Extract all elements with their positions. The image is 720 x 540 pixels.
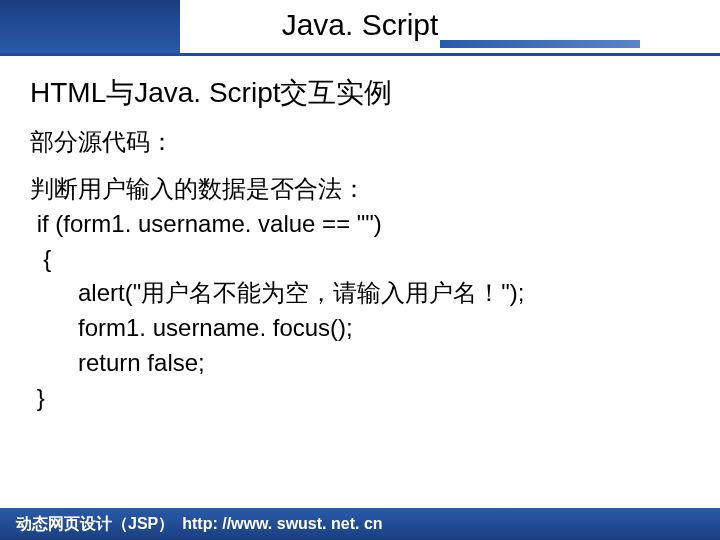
slide-title: Java. Script <box>282 8 439 42</box>
subheading: 部分源代码： <box>30 126 690 158</box>
code-line-6: } <box>30 381 690 416</box>
code-line-5: return false; <box>30 346 690 381</box>
code-intro: 判断用户输入的数据是否合法： <box>30 172 690 207</box>
title-accent-left <box>0 0 180 53</box>
footer: 动态网页设计（JSP） http: //www. swust. net. cn <box>0 508 720 540</box>
content-area: HTML与Java. Script交互实例 部分源代码： 判断用户输入的数据是否… <box>0 56 720 416</box>
footer-url: http: //www. swust. net. cn <box>182 515 382 533</box>
code-line-2: { <box>30 242 690 277</box>
section-title: HTML与Java. Script交互实例 <box>30 74 690 112</box>
footer-label: 动态网页设计（JSP） <box>16 514 174 535</box>
code-line-4: form1. username. focus(); <box>30 311 690 346</box>
code-line-3: alert("用户名不能为空，请输入用户名！"); <box>30 276 690 311</box>
title-accent-right <box>440 40 640 48</box>
code-line-1: if (form1. username. value == "") <box>30 207 690 242</box>
code-block: 判断用户输入的数据是否合法： if (form1. username. valu… <box>30 172 690 416</box>
title-bar: Java. Script <box>0 0 720 56</box>
